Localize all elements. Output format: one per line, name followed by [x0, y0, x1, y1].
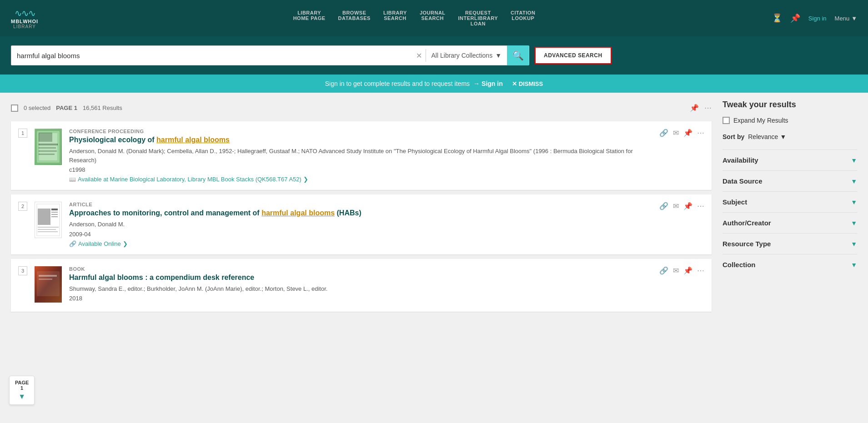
sign-in-icon: →: [473, 80, 480, 87]
filter-subject-toggle[interactable]: Subject ▼: [722, 198, 857, 206]
result-content-3: BOOK Harmful algal blooms : a compendium…: [69, 266, 652, 305]
result-actions-3: 🔗 ✉ 📌 ⋯: [659, 266, 704, 305]
table-row: 3 BOOK: [11, 259, 712, 312]
result-type-2: ARTICLE: [69, 202, 652, 207]
sort-chevron-icon: ▼: [780, 133, 786, 140]
search-input[interactable]: [11, 52, 412, 60]
svg-rect-5: [39, 150, 57, 152]
page-down-icon[interactable]: ▼: [15, 393, 29, 401]
filter-resource-type: Resource Type ▼: [722, 233, 857, 254]
selected-count: 0 selected: [24, 105, 50, 111]
link-availability-icon: 🔗: [69, 240, 76, 247]
resource-type-chevron-icon: ▼: [851, 240, 857, 248]
banner-message: Sign in to get complete results and to r…: [325, 80, 470, 87]
pin-icon[interactable]: 📌: [790, 13, 800, 23]
result-content-2: ARTICLE Approaches to monitoring, contro…: [69, 202, 652, 247]
toolbar-actions: 📌 ⋯: [690, 104, 712, 112]
page-indicator-number: 1: [20, 385, 23, 391]
more-result-icon-1[interactable]: ⋯: [697, 129, 704, 137]
nav-citation[interactable]: CITATION LOOKUP: [511, 10, 535, 26]
expand-results-checkbox[interactable]: [722, 117, 730, 124]
page-info: PAGE 1: [56, 105, 77, 111]
search-icon: 🔍: [512, 50, 524, 61]
page-indicator-label: PAGE: [15, 380, 29, 385]
subject-chevron-icon: ▼: [851, 199, 857, 206]
table-row: 2 ARTICLE Approaches to: [11, 194, 712, 254]
filter-collection-toggle[interactable]: Collection ▼: [722, 261, 857, 269]
advanced-search-button[interactable]: ADVANCED SEARCH: [535, 47, 612, 64]
toolbar-more-icon[interactable]: ⋯: [704, 104, 712, 112]
nav-journal-search[interactable]: JOURNAL SEARCH: [420, 10, 446, 26]
toolbar-pin-icon[interactable]: 📌: [690, 104, 699, 112]
nav-interlibrary[interactable]: REQUEST INTERLIBRARY LOAN: [458, 10, 498, 26]
sidebar-title: Tweak your results: [722, 100, 857, 109]
result-authors-1: Anderson, Donald M. (Donald Mark); Cembe…: [69, 147, 652, 164]
svg-rect-12: [51, 214, 58, 215]
result-actions-2: 🔗 ✉ 📌 ⋯: [659, 202, 704, 247]
clear-search-icon[interactable]: ✕: [412, 51, 426, 60]
link-icon-3[interactable]: 🔗: [659, 266, 668, 275]
result-thumbnail-1: [35, 129, 62, 165]
more-result-icon-2[interactable]: ⋯: [697, 202, 704, 210]
main-header: ∿∿∿ MBLWHOI LIBRARY LIBRARY HOME PAGE BR…: [0, 0, 868, 36]
result-number-2: 2: [18, 202, 27, 211]
table-row: 1 CONFERENCE PROCEEDING Physiological ec…: [11, 121, 712, 190]
svg-rect-1: [37, 131, 60, 163]
svg-rect-19: [39, 275, 57, 277]
result-content-1: CONFERENCE PROCEEDING Physiological ecol…: [69, 129, 652, 183]
link-icon-1[interactable]: 🔗: [659, 129, 668, 137]
nav-databases[interactable]: BROWSE DATABASES: [338, 10, 371, 26]
menu-button[interactable]: Menu ▼: [835, 15, 857, 22]
svg-rect-2: [39, 133, 52, 142]
email-icon-2[interactable]: ✉: [673, 202, 679, 210]
svg-rect-3: [39, 144, 58, 145]
svg-rect-20: [39, 279, 52, 280]
filter-author-toggle[interactable]: Author/Creator ▼: [722, 219, 857, 227]
search-button[interactable]: 🔍: [507, 45, 529, 65]
sort-label: Sort by: [722, 133, 744, 140]
result-date-3: 2018: [69, 295, 652, 302]
result-title-2[interactable]: Approaches to monitoring, control and ma…: [69, 209, 652, 217]
result-availability-2[interactable]: 🔗 Available Online ❯: [69, 240, 652, 247]
result-actions-1: 🔗 ✉ 📌 ⋯: [659, 129, 704, 183]
result-authors-3: Shumway, Sandra E., editor.; Burkholder,…: [69, 284, 652, 294]
sort-dropdown[interactable]: Relevance ▼: [748, 133, 786, 140]
svg-rect-4: [39, 147, 56, 149]
result-title-3[interactable]: Harmful algal blooms : a compendium desk…: [69, 274, 652, 282]
sort-section: Sort by Relevance ▼: [722, 133, 857, 140]
results-toolbar: 0 selected PAGE 1 16,561 Results 📌 ⋯: [11, 100, 712, 116]
email-icon-3[interactable]: ✉: [673, 266, 679, 275]
collection-dropdown[interactable]: All Library Collections ▼: [426, 52, 507, 59]
result-availability-1[interactable]: 📖 Available at Marine Biological Laborat…: [69, 176, 652, 183]
header-sign-in[interactable]: Sign in: [808, 15, 827, 22]
select-all-checkbox[interactable]: [11, 105, 18, 112]
svg-rect-10: [51, 209, 58, 210]
pin-result-icon-1[interactable]: 📌: [683, 129, 692, 137]
svg-rect-11: [51, 212, 58, 213]
filter-availability-toggle[interactable]: Availability ▼: [722, 156, 857, 164]
data-source-chevron-icon: ▼: [851, 178, 857, 185]
collection-chevron-icon: ▼: [851, 261, 857, 269]
logo[interactable]: ∿∿∿ MBLWHOI LIBRARY: [11, 8, 38, 29]
banner-sign-in[interactable]: → Sign in: [473, 80, 503, 87]
dismiss-button[interactable]: ✕ DISMISS: [512, 80, 543, 87]
filter-subject: Subject ▼: [722, 191, 857, 212]
pin-result-icon-2[interactable]: 📌: [683, 202, 692, 210]
nav-library-search[interactable]: LIBRARY SEARCH: [383, 10, 407, 26]
email-icon-1[interactable]: ✉: [673, 129, 679, 137]
pin-result-icon-3[interactable]: 📌: [683, 266, 692, 275]
link-icon-2[interactable]: 🔗: [659, 202, 668, 210]
collection-chevron-icon: ▼: [495, 52, 502, 59]
filter-author-creator: Author/Creator ▼: [722, 212, 857, 233]
result-date-1: c1998: [69, 166, 652, 173]
svg-rect-15: [38, 229, 56, 230]
filter-resource-type-toggle[interactable]: Resource Type ▼: [722, 240, 857, 248]
more-result-icon-3[interactable]: ⋯: [697, 266, 704, 275]
result-title-1[interactable]: Physiological ecology of harmful algal b…: [69, 136, 652, 144]
nav-home[interactable]: LIBRARY HOME PAGE: [293, 10, 326, 26]
history-icon[interactable]: ⏳: [772, 13, 782, 23]
filter-data-source-toggle[interactable]: Data Source ▼: [722, 177, 857, 185]
result-thumbnail-3: [35, 266, 62, 303]
filter-collection: Collection ▼: [722, 254, 857, 275]
svg-rect-16: [38, 231, 58, 232]
